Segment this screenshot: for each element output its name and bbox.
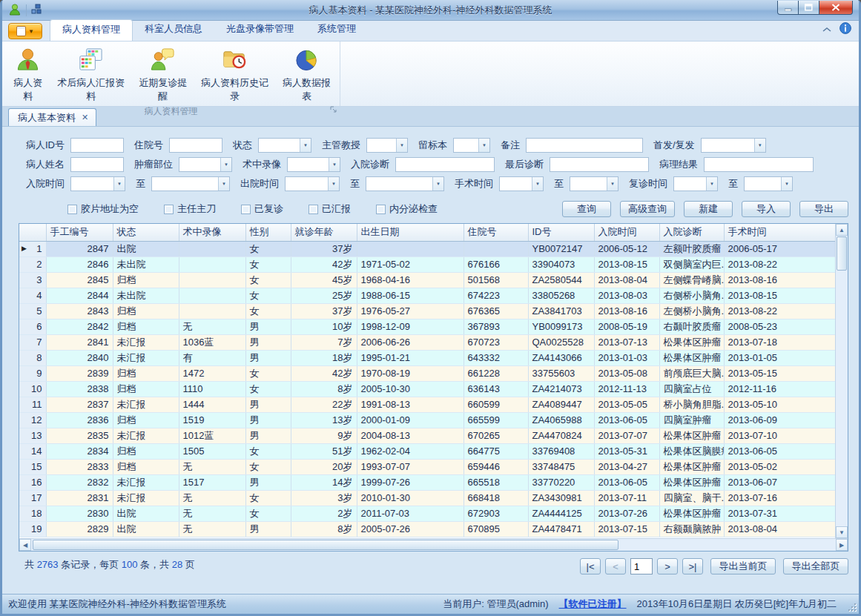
- grid-cell[interactable]: 女: [245, 241, 291, 256]
- grid-cell[interactable]: 2010-01-30: [357, 490, 464, 506]
- grid-cell[interactable]: YB0099173: [528, 319, 594, 334]
- grid-cell[interactable]: 636143: [464, 381, 528, 397]
- grid-cell[interactable]: 2013-08-22: [724, 303, 837, 319]
- table-row[interactable]: 192829出院无男8岁2005-07-26670895ZA4478471201…: [19, 521, 837, 537]
- grid-cell[interactable]: 2013-06-05: [594, 412, 659, 428]
- grid-header-手术时间[interactable]: 手术时间: [724, 224, 837, 241]
- grid-cell[interactable]: 2831: [46, 490, 113, 506]
- last-page-button[interactable]: >|: [682, 558, 703, 574]
- grid-cell[interactable]: 2012-11-13: [594, 381, 659, 397]
- grid-cell[interactable]: 1110: [179, 381, 245, 397]
- filter-input-病人姓名[interactable]: [70, 157, 124, 172]
- grid-header-手工编号[interactable]: 手工编号: [46, 224, 113, 241]
- grid-cell[interactable]: 出院: [113, 506, 179, 521]
- ribbon-action-近期复诊提醒[interactable]: 近期复诊提醒: [131, 44, 194, 105]
- grid-cell[interactable]: 松果体区脑膜瘤: [659, 443, 724, 459]
- grid-cell[interactable]: 1993-07-07: [357, 459, 464, 474]
- grid-cell[interactable]: ZA3841703: [528, 303, 594, 319]
- grid-cell[interactable]: 2013-08-04: [724, 521, 837, 537]
- grid-cell[interactable]: 左侧桥小脑角...: [659, 303, 724, 319]
- grid-cell[interactable]: [179, 256, 245, 272]
- horizontal-scroll-thumb[interactable]: [33, 540, 618, 550]
- table-row[interactable]: 42844未出院女25岁1988-06-15674223338052682013…: [19, 288, 837, 303]
- grid-cell[interactable]: 2005-10-30: [357, 381, 464, 397]
- table-row[interactable]: 82840未汇报有男18岁1995-01-21643332ZA414306620…: [19, 350, 837, 365]
- grid-cell[interactable]: 2006-05-17: [724, 241, 837, 256]
- grid-cell[interactable]: 前颅底巨大脑...: [659, 365, 724, 381]
- grid-cell[interactable]: 2838: [46, 381, 113, 397]
- grid-cell[interactable]: [179, 241, 245, 256]
- grid-cell[interactable]: 1444: [179, 397, 245, 412]
- grid-cell[interactable]: QA0025528: [528, 334, 594, 350]
- filter-combo-手术时间[interactable]: ▼: [499, 176, 544, 191]
- chevron-down-icon[interactable]: ▼: [781, 177, 792, 191]
- row-indicator[interactable]: 10: [19, 381, 46, 397]
- grid-cell[interactable]: 2013-08-04: [594, 272, 659, 288]
- grid-cell[interactable]: 33770220: [528, 474, 594, 490]
- quick-access-grid-icon[interactable]: [31, 4, 42, 17]
- grid-cell[interactable]: 1968-04-16: [357, 272, 464, 288]
- grid-cell[interactable]: 未汇报: [113, 350, 179, 365]
- grid-header-ID号[interactable]: ID号: [528, 224, 594, 241]
- row-indicator[interactable]: 9: [19, 365, 46, 381]
- grid-cell[interactable]: 660599: [464, 397, 528, 412]
- grid-header-就诊年龄[interactable]: 就诊年龄: [291, 224, 357, 241]
- filter-combo-留标本[interactable]: ▼: [453, 138, 490, 153]
- ribbon-action-病人数据报表[interactable]: 病人数据报表: [275, 44, 338, 105]
- grid-cell[interactable]: 2013-07-15: [594, 521, 659, 537]
- grid-cell[interactable]: 2845: [46, 272, 113, 288]
- grid-cell[interactable]: 1012蓝: [179, 428, 245, 443]
- grid-cell[interactable]: 出院: [113, 521, 179, 537]
- ribbon-collapse-chevron-icon[interactable]: [822, 24, 832, 35]
- table-row[interactable]: 112837未汇报1444男22岁1991-08-13660599ZA40894…: [19, 397, 837, 412]
- dialog-launcher-icon[interactable]: [330, 105, 337, 116]
- grid-cell[interactable]: 2013-01-03: [594, 350, 659, 365]
- grid-cell[interactable]: 左侧蝶骨嵴脑...: [659, 272, 724, 288]
- table-row[interactable]: 52843归档女37岁1976-05-27676365ZA38417032013…: [19, 303, 837, 319]
- grid-cell[interactable]: 8岁: [291, 381, 357, 397]
- grid-cell[interactable]: 2013-05-31: [594, 443, 659, 459]
- grid-cell[interactable]: 14岁: [291, 474, 357, 490]
- table-row[interactable]: 182830出院无女2岁2011-07-03672903ZA4444125201…: [19, 506, 837, 521]
- toolbar-button-查询[interactable]: 查询: [562, 201, 611, 217]
- grid-cell[interactable]: 归档: [113, 381, 179, 397]
- row-indicator[interactable]: 11: [19, 397, 46, 412]
- row-indicator[interactable]: 19: [19, 521, 46, 537]
- grid-cell[interactable]: 2005-07-26: [357, 521, 464, 537]
- grid-cell[interactable]: 1517: [179, 474, 245, 490]
- chevron-down-icon[interactable]: ▼: [532, 177, 543, 191]
- checkbox-icon[interactable]: [67, 205, 77, 214]
- grid-cell[interactable]: 1519: [179, 412, 245, 428]
- grid-cell[interactable]: 2013-01-05: [724, 350, 837, 365]
- filter-input-住院号[interactable]: [169, 138, 222, 153]
- grid-cell[interactable]: 桥小脑角胆脂...: [659, 397, 724, 412]
- table-row[interactable]: 32845归档女45岁1968-04-16501568ZA25805442013…: [19, 272, 837, 288]
- grid-cell[interactable]: 无: [179, 319, 245, 334]
- grid-cell[interactable]: 2006-06-26: [357, 334, 464, 350]
- grid-cell[interactable]: 女: [245, 381, 291, 397]
- row-indicator[interactable]: 12: [19, 412, 46, 428]
- close-button[interactable]: [819, 1, 853, 15]
- grid-cell[interactable]: 松果体区肿瘤: [659, 350, 724, 365]
- grid-cell[interactable]: 2岁: [291, 506, 357, 521]
- chevron-down-icon[interactable]: ▼: [607, 177, 618, 191]
- grid-cell[interactable]: 2830: [46, 506, 113, 521]
- grid-cell[interactable]: 2842: [46, 319, 113, 334]
- export-current-page-button[interactable]: 导出当前页: [710, 558, 776, 574]
- grid-cell[interactable]: ZA4444125: [528, 506, 594, 521]
- grid-cell[interactable]: 左额叶胶质瘤: [659, 241, 724, 256]
- grid-header-性别[interactable]: 性别: [245, 224, 291, 241]
- row-indicator[interactable]: 5: [19, 303, 46, 319]
- checkbox-已复诊[interactable]: 已复诊: [241, 202, 283, 216]
- grid-cell[interactable]: 42岁: [291, 256, 357, 272]
- table-row[interactable]: 22846未出院女42岁1971-05-02676166339040732013…: [19, 256, 837, 272]
- grid-cell[interactable]: 1472: [179, 365, 245, 381]
- row-indicator[interactable]: 4: [19, 288, 46, 303]
- grid-cell[interactable]: 有: [179, 350, 245, 365]
- grid-header-住院号[interactable]: 住院号: [464, 224, 528, 241]
- grid-cell[interactable]: 男: [245, 428, 291, 443]
- grid-cell[interactable]: 672903: [464, 506, 528, 521]
- grid-header-术中录像[interactable]: 术中录像: [179, 224, 245, 241]
- maximize-button[interactable]: [799, 1, 819, 15]
- grid-cell[interactable]: 2013-07-10: [724, 428, 837, 443]
